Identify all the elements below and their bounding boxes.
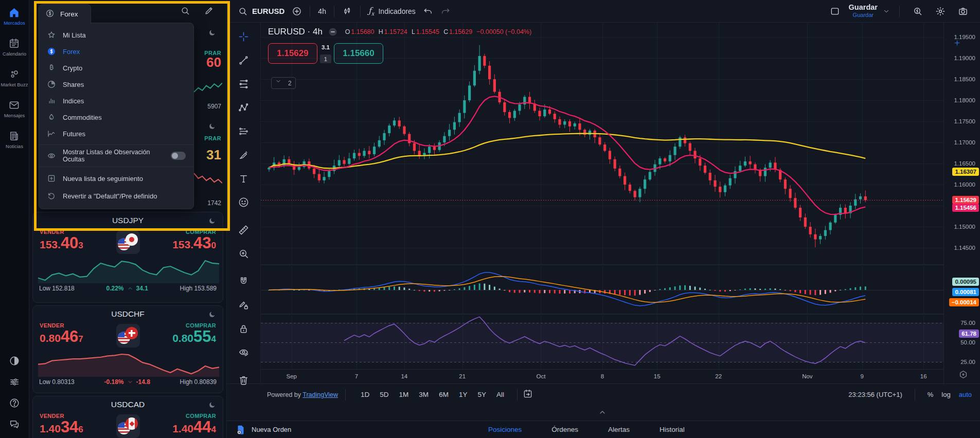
menu-item-mi-lista[interactable]: Mi Lista: [39, 27, 193, 43]
moon-icon[interactable]: [208, 401, 216, 409]
trendline-tool[interactable]: [238, 54, 250, 68]
instrument-symbol[interactable]: USDCHF: [33, 306, 223, 322]
trash-tool[interactable]: [238, 374, 250, 388]
drawing-lock-tool[interactable]: [238, 299, 250, 313]
buy-price[interactable]: COMPRAR1.40444: [172, 413, 216, 436]
buy-button[interactable]: 1.15660: [334, 43, 383, 64]
moon-icon[interactable]: [208, 29, 216, 36]
save-menu-chevron-icon[interactable]: [883, 6, 890, 16]
pane-separator[interactable]: [261, 314, 944, 315]
add-alert-plus-icon[interactable]: [953, 39, 964, 49]
sidebar-item-noticias[interactable]: Noticias: [1, 130, 28, 150]
instrument-symbol[interactable]: USDJPY: [33, 212, 223, 228]
compare-add-button[interactable]: [288, 4, 306, 19]
undo-button[interactable]: [419, 4, 437, 19]
menu-item-commodities[interactable]: Commodities: [39, 109, 193, 125]
instrument-symbol[interactable]: USDCAD: [33, 396, 223, 412]
tradingview-link[interactable]: TradingView: [302, 391, 338, 398]
moon-icon[interactable]: [208, 122, 216, 130]
collapsed-indicators-chip[interactable]: 2: [271, 77, 296, 89]
range-5y[interactable]: 5Y: [473, 389, 491, 400]
tab-ordenes[interactable]: Órdenes: [551, 426, 578, 433]
zoom-in-tool[interactable]: [238, 248, 250, 261]
macd-pane-canvas[interactable]: [261, 266, 944, 314]
range-6m[interactable]: 6M: [434, 389, 453, 400]
range-5d[interactable]: 5D: [375, 389, 393, 400]
range-3m[interactable]: 3M: [414, 389, 433, 400]
edit-pencil-icon[interactable]: [204, 6, 214, 17]
settings-gear-icon[interactable]: [932, 4, 949, 19]
layout-icon[interactable]: [826, 4, 844, 19]
sell-price[interactable]: VENDER153.403: [40, 229, 83, 252]
sidebar-item-market-buzz[interactable]: Market Buzz: [1, 68, 28, 88]
emoji-tool[interactable]: [238, 196, 250, 210]
tab-posiciones[interactable]: Posiciones: [488, 426, 522, 433]
ruler-tool[interactable]: [238, 224, 250, 238]
snapshot-camera-icon[interactable]: [954, 4, 972, 19]
search-icon[interactable]: [180, 6, 190, 17]
rsi-pane-canvas[interactable]: [261, 315, 944, 369]
preferences-icon[interactable]: [9, 376, 20, 388]
symbol-search-button[interactable]: EURUSD: [234, 4, 288, 19]
tab-historial[interactable]: Historial: [660, 426, 685, 433]
percent-scale-toggle[interactable]: %: [928, 391, 934, 398]
redo-button[interactable]: [437, 4, 454, 19]
menu-item-indices[interactable]: Indices: [39, 93, 193, 109]
range-all[interactable]: All: [492, 389, 509, 400]
price-scale[interactable]: 1.195001.190001.185001.180001.175001.170…: [943, 23, 980, 384]
hide-drawings-tool[interactable]: [238, 346, 250, 360]
quick-search-icon[interactable]: [909, 4, 926, 19]
time-axis[interactable]: Sep71421Oct81522Nov916: [261, 369, 944, 384]
sell-price[interactable]: VENDER1.40346: [40, 413, 83, 436]
price-fragment[interactable]: 31: [206, 147, 221, 163]
indicators-button[interactable]: ƒx Indicadores: [365, 4, 419, 19]
tab-alertas[interactable]: Alertas: [608, 426, 630, 433]
moon-icon[interactable]: [208, 311, 216, 318]
range-1y[interactable]: 1Y: [454, 389, 472, 400]
clock[interactable]: 23:23:56 (UTC+1): [848, 391, 902, 398]
sidebar-item-mercados[interactable]: Mercados: [1, 7, 28, 26]
price-fragment[interactable]: 60: [206, 54, 221, 70]
minus-circle-icon[interactable]: [328, 27, 338, 37]
new-order-button[interactable]: Nueva Orden: [235, 424, 291, 435]
chart-style-button[interactable]: [338, 4, 356, 19]
menu-item-futures[interactable]: Futures: [39, 125, 193, 142]
sell-price[interactable]: VENDER0.80467: [40, 322, 83, 345]
lock-all-tool[interactable]: [238, 323, 250, 336]
crosshair-tool[interactable]: [238, 31, 250, 44]
log-scale-toggle[interactable]: log: [941, 391, 950, 398]
feedback-icon[interactable]: [9, 418, 20, 430]
save-button[interactable]: Guardar Guardar: [849, 4, 878, 18]
quantity-field[interactable]: 1: [320, 54, 331, 63]
help-icon[interactable]: [9, 397, 20, 409]
go-to-date-icon[interactable]: [523, 389, 533, 400]
forecast-tool[interactable]: [238, 125, 250, 139]
range-1m[interactable]: 1M: [395, 389, 414, 400]
auto-scale-toggle[interactable]: auto: [959, 391, 972, 398]
sidebar-item-calendario[interactable]: Calendario: [1, 38, 28, 57]
hidden-watchlists-toggle[interactable]: [171, 152, 186, 160]
menu-toggle-hidden-watchlists[interactable]: Mostrar Listas de Observación Ocultas: [39, 148, 193, 164]
watchlist-category-tab[interactable]: Forex: [39, 4, 91, 24]
pane-separator[interactable]: [261, 264, 944, 265]
buy-price[interactable]: COMPRAR0.80554: [172, 322, 216, 345]
text-tool[interactable]: [238, 173, 250, 186]
theme-toggle-icon[interactable]: [9, 355, 20, 367]
menu-item-shares[interactable]: Shares: [39, 76, 193, 93]
menu-item-crypto[interactable]: Crypto: [39, 60, 193, 76]
scale-settings-icon[interactable]: [958, 370, 969, 380]
magnet-tool[interactable]: [238, 276, 250, 289]
fib-retracement-tool[interactable]: [238, 78, 250, 92]
menu-action-revert[interactable]: Revertir a "Default"/Pre definido: [39, 187, 193, 205]
moon-icon[interactable]: [208, 217, 216, 225]
sidebar-item-mensajes[interactable]: Mensajes: [1, 99, 28, 119]
xabcd-pattern-tool[interactable]: [238, 102, 250, 115]
expand-panel-chevron-icon[interactable]: [598, 408, 609, 418]
sell-button[interactable]: 1.15629: [268, 43, 317, 64]
buy-price[interactable]: COMPRAR153.430: [172, 229, 216, 252]
range-1d[interactable]: 1D: [356, 389, 374, 400]
interval-button[interactable]: 4h: [314, 5, 330, 17]
menu-action-plus-square[interactable]: Nueva lista de seguimiento: [39, 170, 193, 187]
brush-tool[interactable]: [238, 149, 250, 162]
menu-item-forex[interactable]: Forex: [39, 43, 193, 60]
